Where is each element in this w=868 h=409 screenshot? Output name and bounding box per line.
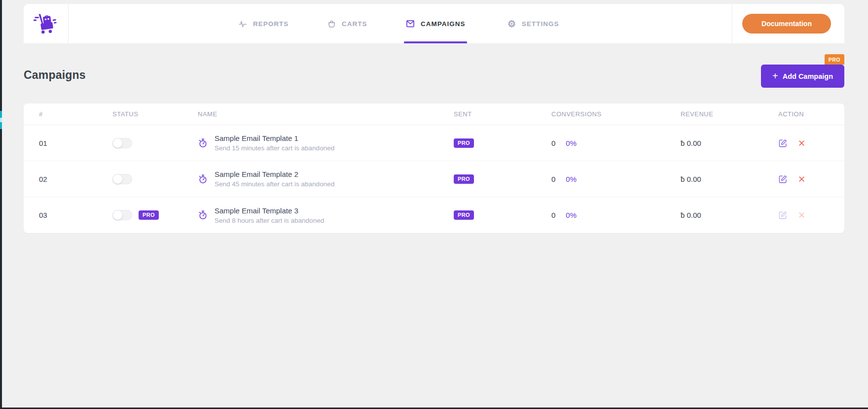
col-header-name: NAME [198, 110, 454, 118]
conversions-rate[interactable]: 0% [566, 175, 577, 183]
timer-icon [198, 174, 208, 184]
campaign-number: 02 [24, 175, 112, 183]
delete-campaign-button[interactable] [798, 139, 805, 147]
toggle-knob [113, 174, 122, 184]
wp-admin-collapsed-strip [0, 0, 2, 409]
tab-label: CARTS [342, 20, 367, 28]
add-campaign-label: Add Campaign [783, 72, 833, 80]
campaign-name[interactable]: Sample Email Template 1 [215, 134, 334, 142]
campaign-number: 01 [24, 139, 112, 147]
revenue-value: ƀ 0.00 [681, 175, 778, 183]
status-cell [112, 174, 198, 184]
status-cell: PRO [112, 210, 198, 220]
add-campaign-button[interactable]: + Add Campaign [761, 65, 844, 88]
action-cell [778, 138, 844, 148]
action-cell [778, 174, 844, 184]
plus-icon: + [772, 71, 778, 81]
delete-x-icon [798, 139, 805, 147]
status-pro-badge: PRO [139, 210, 159, 220]
tab-campaigns[interactable]: CAMPAIGNS [405, 4, 466, 43]
sent-pro-badge: PRO [454, 174, 474, 184]
edit-campaign-button[interactable] [778, 138, 788, 148]
toggle-knob [113, 210, 122, 220]
campaign-name[interactable]: Sample Email Template 2 [215, 170, 334, 178]
col-header-id: # [24, 110, 112, 118]
col-header-conversions: CONVERSIONS [551, 110, 681, 118]
revenue-value: ƀ 0.00 [681, 139, 778, 147]
delete-x-icon [798, 211, 805, 219]
col-header-revenue: REVENUE [681, 110, 778, 118]
delete-x-icon [798, 175, 805, 183]
status-toggle[interactable] [112, 138, 132, 148]
tab-label: CAMPAIGNS [421, 20, 466, 28]
delete-campaign-button[interactable] [798, 211, 805, 219]
campaign-description: Send 15 minutes after cart is abandoned [215, 144, 334, 152]
timer-icon [198, 138, 208, 148]
table-row: 03 PRO Sample Email Template 3 Send 8 ho… [24, 197, 844, 233]
timer-icon [198, 210, 208, 220]
status-cell [112, 138, 198, 148]
col-header-status: STATUS [112, 110, 198, 118]
conversions-count: 0 [551, 139, 555, 147]
col-header-sent: SENT [454, 110, 551, 118]
table-header: # STATUS NAME SENT CONVERSIONS REVENUE A… [24, 103, 844, 125]
wp-admin-accent-notch [0, 118, 2, 122]
campaign-number: 03 [24, 211, 112, 219]
edit-campaign-button[interactable] [778, 210, 788, 220]
action-cell [778, 210, 844, 220]
documentation-button[interactable]: Documentation [742, 14, 831, 34]
header-divider [68, 4, 69, 43]
edit-icon [778, 138, 788, 148]
status-toggle[interactable] [112, 210, 132, 220]
page-title: Campaigns [24, 68, 86, 82]
campaigns-table: # STATUS NAME SENT CONVERSIONS REVENUE A… [24, 103, 844, 233]
campaigns-icon [405, 19, 415, 29]
tab-label: SETTINGS [522, 20, 559, 28]
revenue-value: ƀ 0.00 [681, 211, 778, 219]
app-logo[interactable] [24, 4, 68, 43]
toggle-knob [113, 138, 122, 148]
tab-reports[interactable]: REPORTS [238, 4, 289, 43]
table-row: 01 Sample Email Template 1 Send 15 minut… [24, 125, 844, 161]
add-campaign-pro-badge: PRO [825, 54, 844, 65]
tab-carts[interactable]: CARTS [327, 4, 367, 43]
cart-logo-icon [33, 11, 59, 36]
conversions-rate[interactable]: 0% [566, 139, 577, 147]
conversions-count: 0 [551, 175, 555, 183]
sent-pro-badge: PRO [454, 210, 474, 220]
tab-settings[interactable]: ⚙ SETTINGS [507, 4, 559, 43]
campaign-description: Send 8 hours after cart is abandoned [215, 217, 324, 224]
sent-pro-badge: PRO [454, 138, 474, 148]
reports-icon [238, 19, 248, 29]
edit-campaign-button[interactable] [778, 174, 788, 184]
carts-icon [327, 19, 336, 29]
edit-icon [778, 174, 788, 184]
conversions-count: 0 [551, 211, 555, 219]
campaign-description: Send 45 minutes after cart is abandoned [215, 180, 334, 188]
header-bar: REPORTS CARTS CAMPAIGNS ⚙ SETTINGS Docum… [24, 4, 844, 43]
col-header-action: ACTION [778, 110, 844, 118]
campaign-name[interactable]: Sample Email Template 3 [215, 206, 324, 215]
status-toggle[interactable] [112, 174, 132, 184]
delete-campaign-button[interactable] [798, 175, 805, 183]
settings-icon: ⚙ [507, 19, 516, 29]
table-row: 02 Sample Email Template 2 Send 45 minut… [24, 161, 844, 197]
conversions-rate[interactable]: 0% [566, 211, 577, 219]
header-divider [732, 4, 732, 43]
tab-label: REPORTS [253, 20, 289, 28]
edit-icon [778, 210, 788, 220]
